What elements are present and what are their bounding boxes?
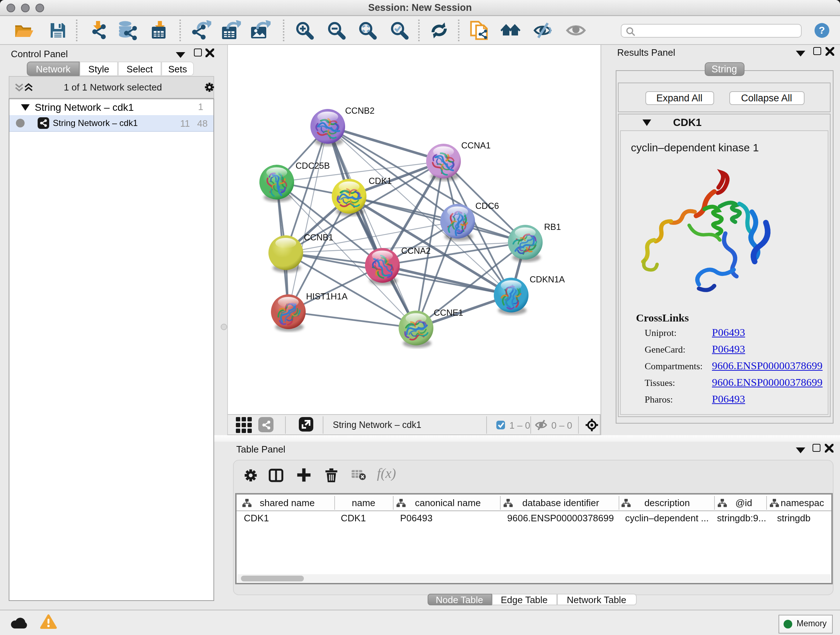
- svg-text:RB1: RB1: [544, 222, 561, 232]
- svg-text:?: ?: [819, 24, 825, 36]
- svg-text:CCNA2: CCNA2: [401, 246, 431, 256]
- svg-text:CDK1: CDK1: [369, 176, 392, 186]
- svg-text:CCNE1: CCNE1: [434, 308, 463, 318]
- svg-text:CDC25B: CDC25B: [295, 161, 330, 171]
- svg-text:CDKN1A: CDKN1A: [530, 274, 565, 284]
- svg-text:CCNB1: CCNB1: [304, 233, 333, 242]
- svg-text:CDC6: CDC6: [475, 201, 499, 211]
- svg-text:CCNA1: CCNA1: [461, 141, 491, 150]
- svg-text:HIST1H1A: HIST1H1A: [306, 291, 347, 301]
- svg-text:CCNB2: CCNB2: [345, 106, 374, 116]
